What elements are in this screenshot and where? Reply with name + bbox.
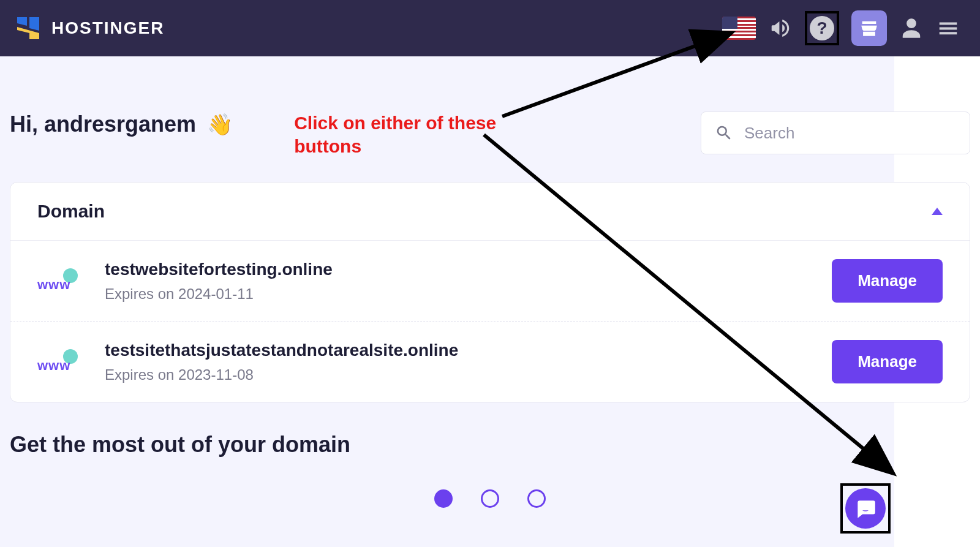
chat-icon [854, 497, 877, 520]
domain-panel-header[interactable]: Domain [10, 183, 970, 241]
annotation-text: Click on either of these buttons [294, 111, 514, 157]
marketplace-button[interactable] [851, 10, 887, 46]
domain-panel: Domain www testwebsitefortesting.online … [10, 182, 970, 402]
manage-button[interactable]: Manage [832, 340, 943, 383]
domain-row: www testwebsitefortesting.online Expires… [10, 241, 970, 321]
language-flag-icon[interactable] [722, 17, 756, 40]
user-icon [900, 17, 923, 40]
question-icon: ? [810, 16, 834, 40]
chat-button[interactable] [845, 488, 886, 529]
announcements-button[interactable] [768, 16, 793, 40]
account-button[interactable] [899, 16, 924, 40]
subheading: Get the most out of your domain [2, 402, 978, 476]
search-input[interactable] [744, 124, 956, 143]
domain-expire: Expires on 2023-11-08 [105, 366, 807, 383]
chevron-up-icon [932, 208, 943, 215]
hamburger-icon [937, 17, 960, 40]
manage-button[interactable]: Manage [832, 259, 943, 303]
topbar-actions: ? [722, 10, 965, 46]
store-icon [859, 18, 880, 39]
domain-panel-title: Domain [37, 201, 105, 222]
domain-expire: Expires on 2024-01-11 [105, 285, 807, 303]
carousel-dot-2[interactable] [481, 489, 499, 508]
search-box[interactable] [701, 111, 970, 154]
www-icon: www [37, 354, 80, 370]
carousel-dots [2, 489, 978, 508]
brand-logo[interactable]: HOSTINGER [15, 15, 164, 42]
carousel-dot-1[interactable] [434, 489, 453, 508]
wave-emoji: 👋 [207, 113, 233, 136]
help-button-highlight: ? [805, 11, 839, 45]
megaphone-icon [769, 17, 792, 40]
www-icon: www [37, 273, 80, 289]
domain-name: testwebsitefortesting.online [105, 260, 807, 279]
help-button[interactable]: ? [810, 16, 834, 40]
hostinger-mark-icon [15, 15, 42, 42]
greeting-text: Hi, andresrganem 👋 [10, 111, 233, 137]
brand-name: HOSTINGER [51, 18, 164, 38]
carousel-dot-3[interactable] [527, 489, 546, 508]
domain-row: www testsitethatsjustatestandnotarealsit… [10, 321, 970, 402]
domain-name: testsitethatsjustatestandnotarealsite.on… [105, 341, 807, 360]
chat-button-highlight [840, 483, 891, 534]
menu-button[interactable] [936, 16, 960, 40]
search-icon [715, 124, 733, 142]
top-navbar: HOSTINGER ? [0, 0, 980, 56]
